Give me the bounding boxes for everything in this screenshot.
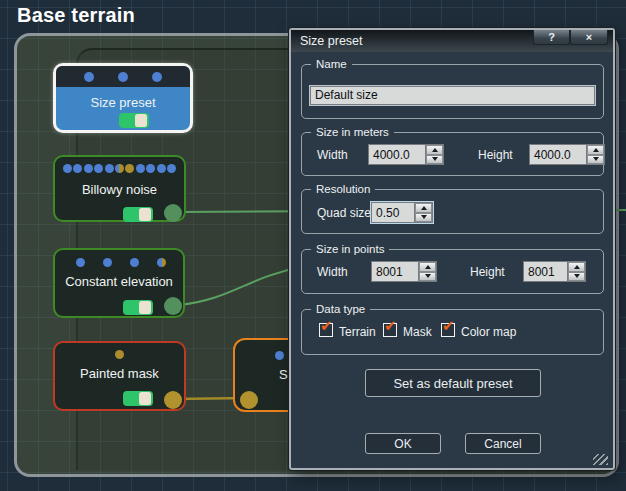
spin-up-icon[interactable] <box>587 145 604 155</box>
port-dot-blue <box>103 258 112 267</box>
dialog-title: Size preset <box>300 34 363 48</box>
port-dot-blue <box>76 258 85 267</box>
spin-up-icon[interactable] <box>426 145 443 155</box>
points-width-spinner[interactable]: 8001 <box>371 261 437 282</box>
check-icon: ✔ <box>384 317 397 335</box>
port-dot-blue <box>84 72 94 82</box>
spin-down-icon[interactable] <box>426 155 443 165</box>
node-enable-toggle[interactable] <box>123 207 153 222</box>
spin-down-icon[interactable] <box>587 155 604 165</box>
help-button[interactable]: ? <box>533 30 570 45</box>
points-height-spinner[interactable]: 8001 <box>523 261 586 282</box>
input-port-mask[interactable] <box>240 391 258 409</box>
meters-height-value[interactable]: 4000.0 <box>530 145 586 164</box>
node-port-dots <box>55 258 183 267</box>
node-billowy-noise[interactable]: Billowy noise <box>53 155 186 222</box>
points-height-value[interactable]: 8001 <box>524 262 567 281</box>
node-constant-elevation-label: Constant elevation <box>55 274 183 289</box>
resize-grip[interactable] <box>593 454 608 465</box>
group-data-type: Data type ✔ Terrain ✔ Mask ✔ Color map <box>301 309 604 355</box>
group-size-meters-legend: Size in meters <box>311 126 394 138</box>
node-billowy-noise-label: Billowy noise <box>55 182 184 197</box>
port-dot-blue <box>94 164 103 173</box>
spin-up-icon[interactable] <box>568 262 585 272</box>
points-height-label: Height <box>470 265 505 279</box>
ok-button[interactable]: OK <box>365 433 441 454</box>
group-size-meters: Size in meters Width 4000.0 Height 4000.… <box>301 132 604 176</box>
port-dot-blue <box>84 164 93 173</box>
group-resolution: Resolution Quad size 0.50 <box>301 189 604 234</box>
group-name: Name Default size <box>301 64 604 119</box>
toggle-knob-icon <box>139 392 151 405</box>
node-enable-toggle[interactable] <box>123 300 153 315</box>
port-dot-olive <box>125 164 134 173</box>
node-enable-toggle[interactable] <box>123 391 153 406</box>
checkbox-mask[interactable]: ✔ <box>383 323 397 337</box>
check-icon: ✔ <box>320 317 333 335</box>
spin-down-icon[interactable] <box>415 213 432 223</box>
port-dot-olive <box>115 350 124 359</box>
node-port-dots <box>55 350 184 359</box>
group-size-points-legend: Size in points <box>311 243 389 255</box>
spin-up-icon[interactable] <box>419 262 436 272</box>
output-port-terrain[interactable] <box>164 204 182 222</box>
node-enable-toggle[interactable] <box>119 113 149 128</box>
cancel-button[interactable]: Cancel <box>465 433 541 454</box>
checkbox-color-map[interactable]: ✔ <box>441 323 455 337</box>
meters-width-spinner[interactable]: 4000.0 <box>368 144 444 165</box>
meters-width-value[interactable]: 4000.0 <box>369 145 425 164</box>
port-dot-blue <box>105 164 114 173</box>
checkbox-terrain[interactable]: ✔ <box>319 323 333 337</box>
spin-down-icon[interactable] <box>568 272 585 282</box>
node-constant-elevation[interactable]: Constant elevation <box>53 248 185 318</box>
screen: Base terrain Size preset Billowy noise C… <box>0 0 626 491</box>
port-dot-blue <box>275 351 284 360</box>
check-icon: ✔ <box>442 317 455 335</box>
node-size-preset-label: Size preset <box>56 95 190 110</box>
port-dot-blue <box>73 164 82 173</box>
close-button[interactable]: × <box>570 30 608 45</box>
port-dot-blue <box>167 164 176 173</box>
port-dot-blue <box>157 164 166 173</box>
checkbox-mask-label: Mask <box>403 325 432 339</box>
checkbox-color-map-label: Color map <box>461 325 516 339</box>
port-dot-half <box>115 164 124 173</box>
toggle-knob-icon <box>139 208 151 221</box>
quad-size-label: Quad size <box>317 206 371 220</box>
name-input[interactable]: Default size <box>310 86 595 105</box>
group-name-legend: Name <box>311 58 352 70</box>
node-size-preset[interactable]: Size preset <box>53 63 193 133</box>
node-port-dots <box>56 72 190 82</box>
group-size-points: Size in points Width 8001 Height 8001 <box>301 249 604 294</box>
toggle-knob-icon <box>135 114 147 127</box>
checkbox-terrain-label: Terrain <box>339 325 376 339</box>
meters-height-label: Height <box>478 148 513 162</box>
port-dot-blue <box>130 258 139 267</box>
port-dot-blue <box>152 72 162 82</box>
set-default-preset-button[interactable]: Set as default preset <box>365 369 541 397</box>
meters-height-spinner[interactable]: 4000.0 <box>529 144 605 165</box>
meters-width-label: Width <box>317 148 348 162</box>
node-port-dots <box>55 164 184 173</box>
node-painted-mask[interactable]: Painted mask <box>53 341 186 411</box>
quad-size-spinner[interactable]: 0.50 <box>371 202 433 223</box>
group-data-type-legend: Data type <box>311 303 370 315</box>
output-port-terrain[interactable] <box>164 297 182 315</box>
port-dot-blue <box>146 164 155 173</box>
group-resolution-legend: Resolution <box>311 183 375 195</box>
port-dot-blue <box>118 72 128 82</box>
port-dot-blue <box>136 164 145 173</box>
size-preset-dialog: Size preset ? × Name Default size Size i… <box>289 28 615 470</box>
node-painted-mask-label: Painted mask <box>55 366 184 381</box>
port-dot-half <box>157 258 166 267</box>
toggle-knob-icon <box>139 301 151 314</box>
points-width-value[interactable]: 8001 <box>372 262 418 281</box>
points-width-label: Width <box>317 265 348 279</box>
spin-down-icon[interactable] <box>419 272 436 282</box>
spin-up-icon[interactable] <box>415 203 432 213</box>
output-port-mask[interactable] <box>164 391 182 409</box>
quad-size-value[interactable]: 0.50 <box>372 203 414 222</box>
page-title: Base terrain <box>17 4 135 27</box>
port-dot-blue <box>63 164 72 173</box>
